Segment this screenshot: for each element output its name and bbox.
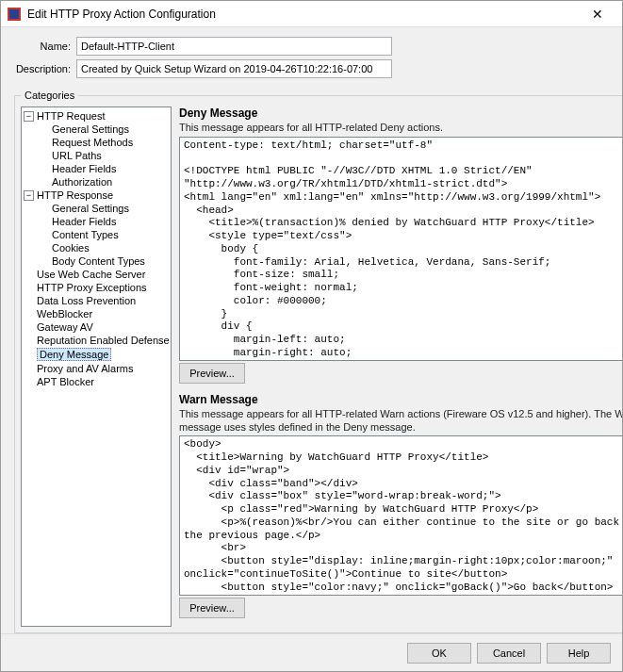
ok-button[interactable]: OK <box>407 643 471 664</box>
window-title: Edit HTTP Proxy Action Configuration <box>27 8 579 21</box>
tree-item-label[interactable]: Proxy and AV Alarms <box>37 363 134 374</box>
warn-text[interactable]: <body> <title>Warning by WatchGuard HTTP… <box>180 436 622 595</box>
tree-item[interactable]: Gateway AV <box>22 320 171 334</box>
tree-item-label[interactable]: Body Content Types <box>52 255 145 267</box>
tree-item[interactable]: Cookies <box>22 241 171 254</box>
collapse-icon[interactable]: − <box>24 111 34 122</box>
warn-desc: This message appears for all HTTP-relate… <box>179 408 622 434</box>
deny-title: Deny Message <box>179 107 622 120</box>
tree-item-label[interactable]: Content Types <box>52 229 119 240</box>
tree-item[interactable]: Request Methods <box>22 136 171 149</box>
description-field[interactable] <box>76 59 392 78</box>
bottom-bar: OK Cancel Help <box>1 633 622 671</box>
tree-item[interactable]: Data Loss Prevention <box>22 294 171 307</box>
description-label: Description: <box>14 63 71 74</box>
tree-item-label[interactable]: Data Loss Prevention <box>37 295 136 306</box>
tree-item-label[interactable]: Use Web Cache Server <box>37 269 145 280</box>
cancel-button[interactable]: Cancel <box>477 643 541 664</box>
tree-item-label[interactable]: URL Paths <box>52 150 102 161</box>
tree-item[interactable]: APT Blocker <box>22 375 171 388</box>
tree-item[interactable]: Content Types <box>22 228 171 241</box>
preview-warn-button[interactable]: Preview... <box>179 598 245 618</box>
tree-item[interactable]: URL Paths <box>22 149 171 162</box>
tree-group[interactable]: HTTP Request <box>37 110 106 122</box>
tree-group[interactable]: HTTP Response <box>37 189 113 201</box>
preview-deny-button[interactable]: Preview... <box>179 363 245 384</box>
tree-item[interactable]: General Settings <box>22 123 171 136</box>
categories-legend: Categories <box>21 90 78 101</box>
content-area: Name: Description: Categories −HTTP Requ… <box>1 27 622 633</box>
tree-item-label[interactable]: General Settings <box>52 123 129 135</box>
warn-textarea[interactable]: <body> <title>Warning by WatchGuard HTTP… <box>179 435 622 596</box>
tree-item[interactable]: WebBlocker <box>22 307 171 320</box>
categories-fieldset: Categories −HTTP Request General Setting… <box>14 90 622 633</box>
tree-item-label[interactable]: Request Methods <box>52 137 133 148</box>
tree-item-label[interactable]: HTTP Proxy Exceptions <box>37 282 147 293</box>
tree-item-label[interactable]: Reputation Enabled Defense <box>37 335 170 346</box>
tree-item[interactable]: Header Fields <box>22 215 171 228</box>
deny-textarea[interactable]: Content-type: text/html; charset="utf-8"… <box>179 137 622 361</box>
tree-item-label[interactable]: General Settings <box>52 203 129 214</box>
dialog-window: Edit HTTP Proxy Action Configuration ✕ N… <box>0 0 623 672</box>
details-pane: Deny Message This message appears for al… <box>179 107 622 627</box>
svg-rect-1 <box>9 9 19 19</box>
name-field[interactable] <box>76 37 392 56</box>
close-icon[interactable]: ✕ <box>579 7 616 22</box>
warn-title: Warn Message <box>179 393 622 406</box>
collapse-icon[interactable]: − <box>24 190 34 201</box>
tree-item-label[interactable]: Header Fields <box>52 216 116 227</box>
tree-item[interactable]: Authorization <box>22 175 171 188</box>
deny-text[interactable]: Content-type: text/html; charset="utf-8"… <box>180 138 622 360</box>
deny-desc: This message appears for all HTTP-relate… <box>179 122 622 135</box>
categories-tree[interactable]: −HTTP Request General SettingsRequest Me… <box>21 107 172 627</box>
tree-item-label[interactable]: Cookies <box>52 242 90 254</box>
tree-item-label[interactable]: Header Fields <box>52 163 116 174</box>
name-label: Name: <box>14 41 71 52</box>
tree-item[interactable]: Reputation Enabled Defense <box>22 334 171 347</box>
tree-item[interactable]: Header Fields <box>22 162 171 175</box>
app-icon <box>7 7 22 22</box>
tree-item[interactable]: General Settings <box>22 202 171 215</box>
titlebar: Edit HTTP Proxy Action Configuration ✕ <box>1 1 622 27</box>
tree-item-label[interactable]: Authorization <box>52 176 112 188</box>
tree-item[interactable]: Body Content Types <box>22 254 171 268</box>
tree-item[interactable]: HTTP Proxy Exceptions <box>22 281 171 294</box>
tree-item[interactable]: Proxy and AV Alarms <box>22 362 171 375</box>
tree-item-label[interactable]: WebBlocker <box>37 308 92 320</box>
tree-item-label[interactable]: Gateway AV <box>37 321 93 333</box>
tree-item-label[interactable]: Deny Message <box>37 348 111 361</box>
tree-item[interactable]: Use Web Cache Server <box>22 268 171 281</box>
tree-item[interactable]: Deny Message <box>22 347 171 362</box>
tree-item-label[interactable]: APT Blocker <box>37 376 94 387</box>
help-button[interactable]: Help <box>547 643 611 664</box>
